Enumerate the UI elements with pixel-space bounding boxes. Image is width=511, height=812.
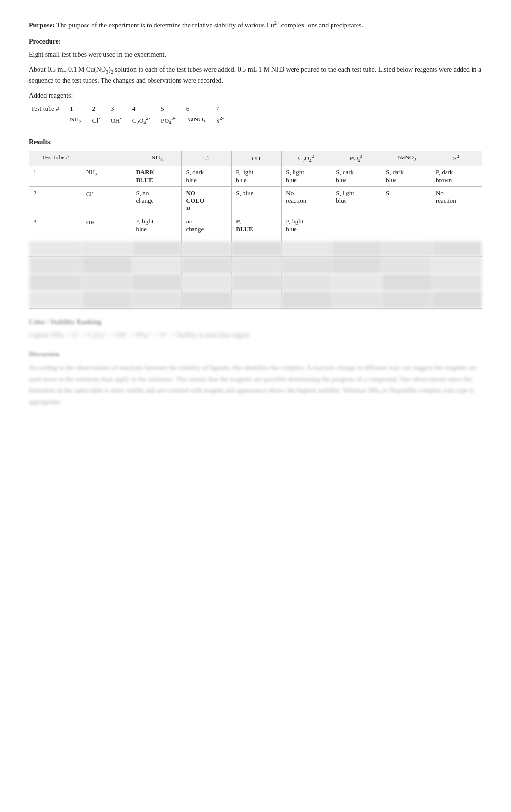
stability-line: Ligand: NH₃ > Cl⁻ > C₂O₄²⁻ > OH⁻ > PO₄³⁻… bbox=[29, 330, 482, 341]
results-table: Test tube # NH3 Cl- OH- C2O42- PO43- NaN… bbox=[29, 151, 482, 309]
reagents-cell: Cl- bbox=[90, 114, 109, 127]
procedure-title: Procedure: bbox=[29, 38, 482, 46]
results-cell-nh3: DARKBLUE bbox=[132, 166, 182, 187]
reagents-cell: 5 bbox=[159, 104, 184, 114]
purpose-paragraph: Purpose: The purpose of the experiment i… bbox=[29, 19, 482, 30]
results-header-row: Test tube # NH3 Cl- OH- C2O42- PO43- NaN… bbox=[29, 151, 482, 166]
discussion-section: Discussion According to the observations… bbox=[29, 351, 482, 408]
results-th-c2o4: C2O42- bbox=[282, 151, 332, 166]
results-cell-po4 bbox=[332, 215, 382, 236]
results-th-nano2: NaNO2 bbox=[382, 151, 432, 166]
results-th-empty bbox=[82, 151, 132, 166]
results-cell-nh3: P, lightblue bbox=[132, 215, 182, 236]
results-row-2: 2 Cl- S, nochange NOCOLOR S, blue Noreac… bbox=[29, 187, 482, 215]
results-row-1: 1 NH3 DARKBLUE S, darkblue P, lightblue … bbox=[29, 166, 482, 187]
reagents-cell: 4 bbox=[130, 104, 159, 114]
results-th-s2: S2- bbox=[432, 151, 482, 166]
results-cell-nano2: S, darkblue bbox=[382, 166, 432, 187]
procedure-para1: Eight small test tubes were used in the … bbox=[29, 50, 482, 60]
results-th-nh3: NH3 bbox=[132, 151, 182, 166]
discussion-text: According to the observations of reactio… bbox=[29, 362, 482, 408]
results-th-tube: Test tube # bbox=[29, 151, 82, 166]
results-th-po4: PO43- bbox=[332, 151, 382, 166]
results-cell-oh: P, lightblue bbox=[232, 166, 282, 187]
reagents-cell: 7 bbox=[214, 104, 232, 114]
procedure-para2: About 0.5 mL 0.1 M Cu(NO3)2 solution to … bbox=[29, 65, 482, 86]
reagents-cell: 2 bbox=[90, 104, 109, 114]
reagents-cell: C2O42- bbox=[130, 114, 159, 127]
reagents-cell: S2- bbox=[214, 114, 232, 127]
purpose-text: The purpose of the experiment is to dete… bbox=[56, 22, 363, 29]
results-cell-tube: 1 bbox=[29, 166, 82, 187]
results-row-blurred-6 bbox=[29, 257, 482, 274]
added-reagents-label: Added reagents: bbox=[29, 91, 482, 101]
results-cell-nano2: S bbox=[382, 187, 432, 215]
purpose-label: Purpose: bbox=[29, 22, 55, 29]
blurred-stability-section: Color / Stability Ranking Ligand: NH₃ > … bbox=[29, 318, 482, 341]
reagents-cell: NaNO2 bbox=[184, 114, 214, 127]
results-cell-cl: nochange bbox=[182, 215, 232, 236]
results-cell-s2: P, darkbrown bbox=[432, 166, 482, 187]
reagents-cell: 1 bbox=[68, 104, 90, 114]
results-row-blurred-7 bbox=[29, 274, 482, 291]
results-cell-oh: S, blue bbox=[232, 187, 282, 215]
reagents-cell: OH- bbox=[109, 114, 130, 127]
results-cell-cl: NOCOLOR bbox=[182, 187, 232, 215]
results-cell-reagent: OH- bbox=[82, 215, 132, 236]
results-row-blurred-5 bbox=[29, 241, 482, 257]
results-row-blurred-4 bbox=[29, 236, 482, 241]
reagents-row2: NH3 Cl- OH- C2O42- PO43- NaNO2 S2- bbox=[29, 114, 232, 127]
results-cell-tube: 2 bbox=[29, 187, 82, 215]
reagents-row1: Test tube # 1 2 3 4 5 6 7 bbox=[29, 104, 232, 114]
reagents-cell: 3 bbox=[109, 104, 130, 114]
reagents-cell: NH3 bbox=[68, 114, 90, 127]
reagents-cell: 6 bbox=[184, 104, 214, 114]
discussion-title: Discussion bbox=[29, 351, 482, 358]
results-cell-c2o4: Noreaction bbox=[282, 187, 332, 215]
results-cell-cl: S, darkblue bbox=[182, 166, 232, 187]
results-cell-oh: P,BLUE bbox=[232, 215, 282, 236]
reagents-cell bbox=[29, 114, 68, 127]
results-cell-c2o4: S, lightblue bbox=[282, 166, 332, 187]
results-row-3: 3 OH- P, lightblue nochange P,BLUE P, li… bbox=[29, 215, 482, 236]
results-title: Results: bbox=[29, 138, 482, 146]
results-cell-nh3: S, nochange bbox=[132, 187, 182, 215]
results-cell-s2 bbox=[432, 215, 482, 236]
results-cell-po4: S, darkblue bbox=[332, 166, 382, 187]
reagents-cell: Test tube # bbox=[29, 104, 68, 114]
stability-title: Color / Stability Ranking bbox=[29, 318, 482, 326]
results-cell-reagent: NH3 bbox=[82, 166, 132, 187]
results-cell-po4: S, lightblue bbox=[332, 187, 382, 215]
results-row-blurred-8 bbox=[29, 291, 482, 309]
results-cell-s2: Noreaction bbox=[432, 187, 482, 215]
results-cell-tube: 3 bbox=[29, 215, 82, 236]
results-cell-c2o4: P, lightblue bbox=[282, 215, 332, 236]
results-th-oh: OH- bbox=[232, 151, 282, 166]
results-cell-reagent: Cl- bbox=[82, 187, 132, 215]
results-cell-nano2 bbox=[382, 215, 432, 236]
reagents-table: Test tube # 1 2 3 4 5 6 7 NH3 Cl- OH- C2… bbox=[29, 104, 232, 127]
reagents-cell: PO43- bbox=[159, 114, 184, 127]
results-th-cl: Cl- bbox=[182, 151, 232, 166]
